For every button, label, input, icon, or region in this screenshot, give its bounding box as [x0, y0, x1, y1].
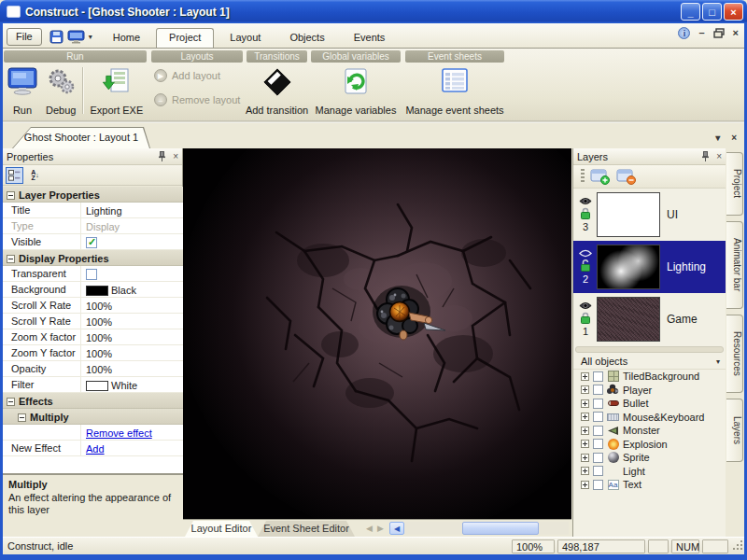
visible-checkbox[interactable]: [86, 237, 97, 248]
side-tab-layers[interactable]: Layers: [726, 399, 743, 462]
object-checkbox[interactable]: [593, 453, 603, 463]
layer-unlocked-icon[interactable]: [580, 259, 591, 272]
titlebar[interactable]: Construct - [Ghost Shooter : Layout 1] _…: [0, 0, 747, 23]
categorized-view-button[interactable]: [6, 167, 23, 184]
category-row[interactable]: Layer Properties: [3, 187, 183, 203]
pin-icon[interactable]: [701, 151, 710, 161]
object-checkbox[interactable]: [593, 426, 603, 436]
mdi-close-icon[interactable]: ×: [733, 27, 739, 39]
object-row-tiledbackground[interactable]: TiledBackground: [573, 370, 726, 384]
property-row-zoom-y[interactable]: Zoom Y factor100%: [3, 345, 183, 361]
add-layout-button[interactable]: ▶ Add layout: [154, 66, 244, 85]
add-effect-link[interactable]: Add: [86, 443, 105, 455]
layer-visible-icon[interactable]: [579, 249, 592, 258]
expand-icon[interactable]: [581, 385, 589, 394]
collapse-icon[interactable]: [7, 398, 15, 406]
tab-list-dropdown-icon[interactable]: ▾: [715, 133, 720, 143]
side-tab-animator-bar[interactable]: Animator bar: [726, 221, 743, 309]
layers-close-icon[interactable]: ×: [716, 152, 722, 161]
tab-event-sheet-editor[interactable]: Event Sheet Editor: [258, 521, 355, 537]
property-row-opacity[interactable]: Opacity100%: [3, 361, 183, 377]
object-checkbox[interactable]: [593, 371, 603, 382]
expand-icon[interactable]: [581, 481, 589, 489]
category-row[interactable]: Display Properties: [3, 250, 183, 266]
tab-scroll-right-icon[interactable]: ▶: [377, 524, 384, 533]
object-row-mouse-keyboard[interactable]: Mouse&Keyboard: [573, 411, 726, 425]
run-button[interactable]: Run: [3, 65, 42, 117]
minimize-button[interactable]: _: [681, 3, 700, 21]
expand-icon[interactable]: [581, 372, 589, 381]
object-row-light[interactable]: Light: [573, 465, 726, 479]
export-exe-button[interactable]: Export EXE: [86, 65, 147, 117]
horizontal-scrollbar[interactable]: [404, 522, 569, 535]
expand-icon[interactable]: [581, 399, 589, 408]
layer-row-ui[interactable]: 3 UI: [573, 189, 726, 241]
object-row-monster[interactable]: Monster: [573, 424, 726, 438]
add-transition-button[interactable]: Add transition: [246, 65, 308, 117]
preview-monitor-icon[interactable]: [67, 30, 85, 44]
tab-objects[interactable]: Objects: [276, 28, 337, 48]
category-row[interactable]: Effects: [3, 393, 183, 409]
layout-canvas[interactable]: [183, 148, 571, 519]
properties-close-icon[interactable]: ×: [173, 152, 178, 161]
expand-icon[interactable]: [581, 440, 589, 448]
property-row-zoom-x[interactable]: Zoom X factor100%: [3, 329, 183, 345]
property-row-scroll-y[interactable]: Scroll Y Rate100%: [3, 314, 183, 329]
hscroll-left-button[interactable]: ◀: [389, 522, 404, 535]
property-row-visible[interactable]: Visible: [3, 234, 183, 250]
object-checkbox[interactable]: [593, 480, 603, 490]
toolbar-grip[interactable]: [581, 169, 585, 184]
layer-visible-icon[interactable]: [579, 301, 592, 310]
object-checkbox[interactable]: [593, 399, 603, 409]
layer-row-game[interactable]: 1 Game: [573, 293, 726, 345]
subcategory-row-multiply[interactable]: Multiply: [3, 409, 183, 425]
expand-icon[interactable]: [581, 467, 589, 475]
layer-lock-icon[interactable]: [580, 207, 591, 219]
tab-scroll-left-icon[interactable]: ◀: [366, 524, 373, 533]
resize-grip[interactable]: [731, 540, 742, 552]
quick-access-dropdown-icon[interactable]: ▾: [89, 33, 92, 41]
layers-scrollbar[interactable]: [575, 346, 724, 353]
file-button[interactable]: File: [7, 28, 42, 46]
property-row-background[interactable]: BackgroundBlack: [3, 282, 183, 298]
object-checkbox[interactable]: [593, 439, 603, 449]
side-tab-project[interactable]: Project: [726, 152, 743, 216]
object-checkbox[interactable]: [593, 466, 603, 476]
layer-row-lighting[interactable]: 2 Lighting: [573, 241, 726, 293]
property-row-transparent[interactable]: Transparent: [3, 266, 183, 282]
filter-color-swatch[interactable]: [86, 381, 108, 391]
mdi-restore-icon[interactable]: [713, 28, 725, 38]
expand-icon[interactable]: [581, 413, 589, 421]
collapse-icon[interactable]: [7, 255, 15, 263]
tab-layout-editor[interactable]: Layout Editor: [185, 521, 258, 537]
object-checkbox[interactable]: [593, 385, 603, 395]
collapse-icon[interactable]: [7, 191, 15, 200]
maximize-button[interactable]: □: [702, 3, 722, 21]
tab-close-icon[interactable]: ×: [731, 133, 737, 143]
pin-icon[interactable]: [158, 151, 166, 161]
mdi-minimize-icon[interactable]: –: [698, 27, 704, 39]
remove-layer-icon[interactable]: [616, 168, 637, 185]
add-layer-icon[interactable]: [590, 168, 611, 185]
manage-event-sheets-button[interactable]: Manage event sheets: [402, 65, 507, 117]
tab-events[interactable]: Events: [341, 28, 399, 48]
alphabetical-sort-button[interactable]: AZ ↓: [26, 167, 44, 184]
object-row-bullet[interactable]: Bullet: [573, 397, 726, 411]
property-row-title[interactable]: TitleLighting: [3, 203, 183, 218]
object-row-player[interactable]: Player: [573, 384, 726, 398]
expand-icon[interactable]: [581, 454, 589, 462]
layer-lock-icon[interactable]: [580, 312, 591, 324]
property-row-scroll-x[interactable]: Scroll X Rate100%: [3, 298, 183, 314]
tab-layout[interactable]: Layout: [217, 28, 274, 48]
tab-home[interactable]: Home: [100, 28, 153, 48]
property-row-filter[interactable]: FilterWhite: [3, 377, 183, 393]
remove-effect-link[interactable]: Remove effect: [86, 427, 152, 439]
close-button[interactable]: ×: [724, 3, 743, 21]
debug-button[interactable]: Debug: [42, 65, 79, 117]
objects-filter-dropdown[interactable]: All objects ▾: [573, 354, 726, 370]
expand-icon[interactable]: [581, 427, 589, 435]
document-tab[interactable]: Ghost Shooter : Layout 1: [12, 127, 150, 148]
info-icon[interactable]: i: [678, 27, 690, 39]
transparent-checkbox[interactable]: [86, 269, 97, 280]
hscroll-thumb[interactable]: [462, 522, 539, 535]
